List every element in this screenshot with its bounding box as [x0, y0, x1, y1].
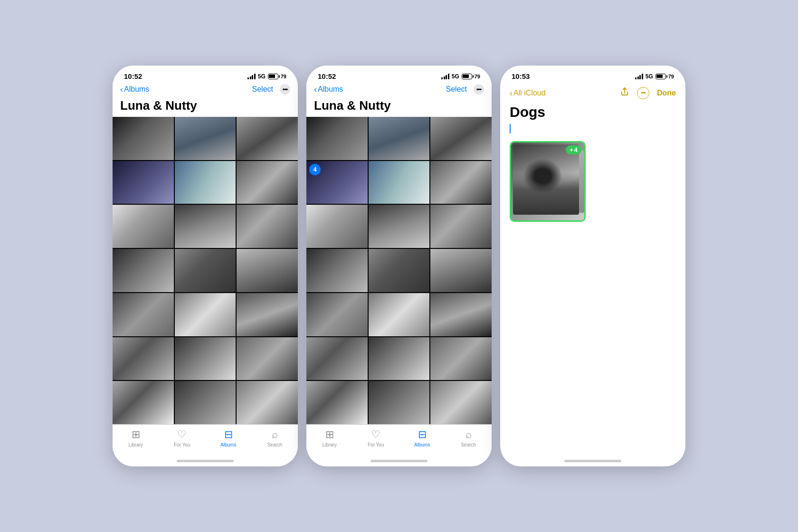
status-icons-3: 5G 79: [635, 73, 674, 80]
photo-cell[interactable]: [175, 293, 236, 336]
photo-cell[interactable]: [306, 249, 368, 292]
phone-2: 10:52 5G 79 ‹ Albums Select •••: [306, 66, 492, 466]
foryou-icon-1: ♡: [177, 428, 187, 441]
back-chevron-icon-1: ‹: [120, 85, 123, 95]
back-label-2: Albums: [318, 85, 343, 94]
battery-icon-3: [656, 74, 666, 79]
photo-cell[interactable]: [369, 205, 430, 248]
photo-cell[interactable]: [306, 293, 368, 336]
notes-nav: ‹ All iCloud ••• Done: [500, 82, 685, 102]
home-indicator-1: [113, 455, 298, 466]
photo-cell[interactable]: [237, 249, 298, 292]
photo-cell[interactable]: [113, 161, 174, 204]
photo-cell[interactable]: [369, 381, 430, 424]
tab-albums-label-1: Albums: [220, 442, 236, 447]
tab-bar-2: ⊞ Library ♡ For You ⊟ Albums ⌕ Search: [306, 424, 492, 455]
status-time-1: 10:52: [124, 72, 142, 80]
photo-cell[interactable]: [113, 205, 174, 248]
tab-foryou-1[interactable]: ♡ For You: [159, 428, 206, 447]
more-options-icon[interactable]: •••: [637, 87, 649, 99]
nav-bar-1: ‹ Albums Select •••: [113, 82, 298, 97]
select-button-1[interactable]: Select: [252, 85, 273, 94]
tab-albums-2[interactable]: ⊟ Albums: [399, 428, 446, 447]
photo-cell[interactable]: [306, 381, 368, 424]
library-icon-2: ⊞: [325, 428, 334, 441]
back-button-2[interactable]: ‹ Albums: [314, 85, 343, 95]
tab-foryou-label-1: For You: [174, 442, 190, 447]
back-chevron-icon-2: ‹: [314, 85, 317, 95]
more-button-1[interactable]: •••: [280, 84, 290, 95]
album-count-number: 4: [574, 146, 578, 153]
albums-icon-2: ⊟: [418, 428, 427, 441]
notes-back-label: All iCloud: [513, 89, 546, 97]
photo-cell[interactable]: [430, 293, 492, 336]
photo-cell[interactable]: [369, 293, 430, 336]
search-icon-1: ⌕: [272, 428, 278, 441]
battery-text-1: 79: [281, 74, 286, 79]
notes-back-chevron-icon: ‹: [510, 88, 513, 98]
photo-cell[interactable]: [237, 205, 298, 248]
done-button[interactable]: Done: [657, 89, 676, 97]
photo-cell[interactable]: [306, 205, 368, 248]
photo-cell[interactable]: [237, 117, 298, 160]
photo-cell[interactable]: [175, 161, 236, 204]
album-card[interactable]: + 4: [510, 141, 586, 222]
photo-cell[interactable]: [175, 249, 236, 292]
photo-cell[interactable]: [175, 205, 236, 248]
photo-cell[interactable]: [430, 161, 492, 204]
album-count-badge: + 4: [566, 145, 581, 154]
home-indicator-3: [500, 455, 685, 466]
battery-icon-2: [462, 74, 472, 79]
photo-cell[interactable]: [237, 381, 298, 424]
photo-cell[interactable]: [175, 117, 236, 160]
tab-albums-1[interactable]: ⊟ Albums: [205, 428, 252, 447]
photo-cell[interactable]: [430, 337, 492, 380]
photo-cell[interactable]: [430, 205, 492, 248]
phone-3: 10:53 5G 79 ‹ All iCloud: [500, 66, 685, 466]
battery-icon-1: [268, 74, 278, 79]
more-button-2[interactable]: •••: [474, 84, 484, 95]
photo-cell[interactable]: [369, 117, 430, 160]
more-dots-icon-2: •••: [476, 86, 482, 93]
photo-cell[interactable]: [306, 117, 368, 160]
tab-library-label-1: Library: [128, 442, 143, 447]
tab-search-1[interactable]: ⌕ Search: [252, 428, 298, 447]
photo-cell[interactable]: [430, 249, 492, 292]
share-icon[interactable]: [620, 87, 629, 99]
photo-cell[interactable]: [237, 293, 298, 336]
photo-cell[interactable]: [369, 337, 430, 380]
photo-cell[interactable]: [113, 249, 174, 292]
photo-cell[interactable]: [430, 381, 492, 424]
notes-title: Dogs: [500, 102, 685, 123]
tab-library-label-2: Library: [322, 442, 337, 447]
battery-text-2: 79: [475, 74, 480, 79]
back-button-1[interactable]: ‹ Albums: [120, 85, 149, 95]
photo-cell[interactable]: [175, 337, 236, 380]
home-indicator-2: [306, 455, 492, 466]
photo-cell[interactable]: [369, 161, 430, 204]
notes-back-button[interactable]: ‹ All iCloud: [510, 88, 546, 98]
photo-cell[interactable]: [113, 293, 174, 336]
photo-cell[interactable]: [237, 337, 298, 380]
photo-cell[interactable]: [430, 117, 492, 160]
photo-cell[interactable]: [175, 381, 236, 424]
network-label-2: 5G: [452, 73, 459, 80]
back-label-1: Albums: [124, 85, 149, 94]
network-label-3: 5G: [646, 73, 653, 80]
photo-cell[interactable]: [369, 249, 430, 292]
tab-foryou-2[interactable]: ♡ For You: [353, 428, 399, 447]
photo-cell[interactable]: [113, 337, 174, 380]
albums-icon-1: ⊟: [224, 428, 233, 441]
select-button-2[interactable]: Select: [446, 85, 467, 94]
photo-cell[interactable]: 4: [306, 161, 368, 204]
photo-cell[interactable]: [113, 117, 174, 160]
photo-cell[interactable]: [306, 337, 368, 380]
tab-library-2[interactable]: ⊞ Library: [306, 428, 353, 447]
status-icons-2: 5G 79: [441, 73, 480, 80]
photo-cell[interactable]: [237, 161, 298, 204]
tab-search-2[interactable]: ⌕ Search: [446, 428, 492, 447]
tab-library-1[interactable]: ⊞ Library: [113, 428, 159, 447]
status-icons-1: 5G 79: [247, 73, 286, 80]
album-title-1: Luna & Nutty: [113, 97, 298, 117]
photo-cell[interactable]: [113, 381, 174, 424]
